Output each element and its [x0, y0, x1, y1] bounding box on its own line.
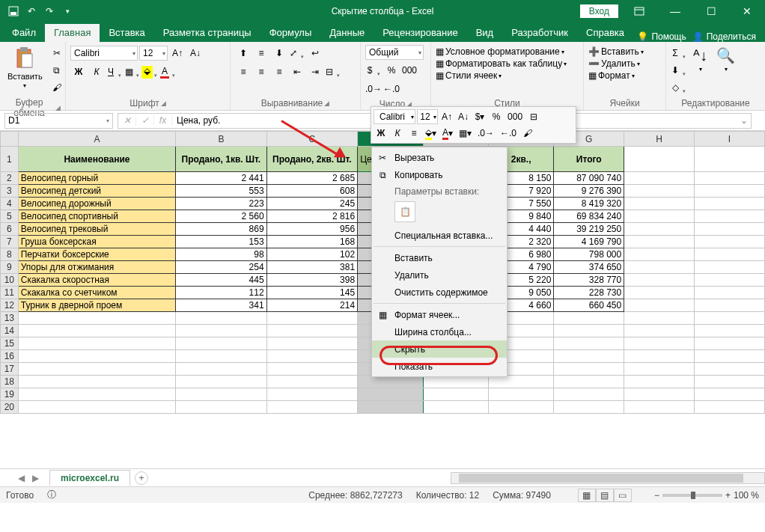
cell[interactable] — [624, 147, 695, 172]
cell[interactable] — [695, 248, 765, 261]
cell[interactable] — [266, 312, 358, 325]
mini-increase-font-icon[interactable]: A↑ — [439, 109, 454, 124]
cell[interactable]: Продано, 1кв. Шт. — [176, 147, 267, 172]
accessibility-icon[interactable]: ⓘ — [47, 489, 56, 501]
tab-insert[interactable]: Вставка — [100, 24, 153, 42]
cell[interactable]: Велосипед спортивный — [18, 210, 175, 223]
cell[interactable] — [554, 388, 624, 401]
cell[interactable] — [554, 363, 624, 376]
cell[interactable]: 87 090 740 — [554, 172, 624, 185]
maximize-icon[interactable]: ☐ — [696, 0, 726, 22]
cell[interactable] — [423, 388, 488, 401]
paste-button[interactable]: Вставить ▾ — [4, 45, 46, 91]
cell[interactable]: Турник в дверной проем — [18, 299, 175, 312]
orientation-icon[interactable]: ⤢ — [289, 45, 305, 61]
cell[interactable] — [488, 376, 553, 388]
cell[interactable] — [624, 223, 695, 236]
font-dialog[interactable]: ◢ — [161, 100, 166, 107]
cell[interactable]: 153 — [176, 236, 267, 248]
cell[interactable]: Велосипед горный — [18, 172, 175, 185]
cell[interactable] — [695, 299, 765, 312]
cell[interactable] — [176, 337, 267, 350]
mini-merge-icon[interactable]: ⊟ — [526, 109, 541, 124]
tab-layout[interactable]: Разметка страницы — [154, 24, 260, 42]
row-header-3[interactable]: 3 — [1, 185, 19, 198]
cell[interactable] — [266, 350, 358, 363]
mini-painter-icon[interactable]: 🖌 — [520, 126, 535, 141]
cell[interactable]: 8 419 320 — [554, 198, 624, 210]
cell[interactable]: 228 730 — [554, 287, 624, 299]
mini-comma-icon[interactable]: 000 — [505, 109, 525, 124]
row-header-14[interactable]: 14 — [1, 325, 19, 337]
mini-fill-icon[interactable]: ⬙▾ — [423, 126, 439, 141]
cell[interactable] — [358, 376, 423, 388]
expand-formula-icon[interactable]: ⌄ — [737, 115, 751, 126]
sort-filter[interactable]: ᴬ↓▾ — [690, 45, 710, 74]
cm-hide[interactable]: Скрыть — [372, 340, 507, 358]
cell[interactable]: 341 — [176, 299, 267, 312]
mini-dec-inc-icon[interactable]: .0→ — [475, 126, 496, 141]
copy-icon[interactable]: ⧉ — [49, 62, 65, 79]
cell[interactable] — [423, 376, 488, 388]
cell[interactable] — [695, 274, 765, 287]
cell[interactable]: Груша боксерская — [18, 236, 175, 248]
cell[interactable] — [695, 172, 765, 185]
row-header-20[interactable]: 20 — [1, 401, 19, 414]
mini-align-icon[interactable]: ≡ — [406, 126, 421, 141]
cell[interactable] — [554, 376, 624, 388]
col-header-C[interactable]: C — [266, 132, 358, 147]
row-header-19[interactable]: 19 — [1, 388, 19, 401]
row-header-17[interactable]: 17 — [1, 363, 19, 376]
cell[interactable] — [695, 363, 765, 376]
cell[interactable]: 98 — [176, 248, 267, 261]
cell[interactable] — [554, 350, 624, 363]
tab-data[interactable]: Данные — [320, 24, 374, 42]
cell[interactable] — [624, 363, 695, 376]
comma-icon[interactable]: 000 — [401, 62, 418, 79]
row-header-4[interactable]: 4 — [1, 198, 19, 210]
cell[interactable] — [176, 388, 267, 401]
cell[interactable] — [176, 363, 267, 376]
align-middle-icon[interactable]: ≡ — [253, 45, 269, 61]
cell[interactable]: 39 219 250 — [554, 223, 624, 236]
row-header-15[interactable]: 15 — [1, 337, 19, 350]
clipboard-dialog[interactable]: ◢ — [55, 104, 61, 111]
align-top-icon[interactable]: ⬆ — [235, 45, 252, 61]
cell[interactable] — [554, 312, 624, 325]
cell[interactable] — [358, 388, 423, 401]
cell[interactable]: Велосипед трековый — [18, 223, 175, 236]
cell[interactable] — [266, 337, 358, 350]
tab-file[interactable]: Файл — [3, 24, 45, 42]
cell-styles[interactable]: ▦ Стили ячеек▾ — [436, 70, 502, 81]
conditional-formatting[interactable]: ▦ Условное форматирование▾ — [436, 46, 564, 57]
col-header-I[interactable]: I — [695, 132, 765, 147]
delete-cells[interactable]: ➖ Удалить▾ — [588, 58, 640, 69]
insert-cells[interactable]: ➕ Вставить▾ — [588, 46, 644, 57]
cm-column-width[interactable]: Ширина столбца... — [372, 323, 507, 340]
ribbon-opts-icon[interactable] — [624, 0, 654, 22]
cell[interactable] — [624, 350, 695, 363]
cell[interactable] — [176, 376, 267, 388]
row-header-1[interactable]: 1 — [1, 147, 19, 172]
cell[interactable]: 2 441 — [176, 172, 267, 185]
cell[interactable] — [624, 198, 695, 210]
login-button[interactable]: Вход — [580, 4, 618, 18]
cell[interactable] — [695, 337, 765, 350]
font-color-icon[interactable]: A — [160, 64, 177, 80]
cell[interactable]: Упоры для отжимания — [18, 261, 175, 274]
cell[interactable]: 168 — [266, 236, 358, 248]
cell[interactable]: 398 — [266, 274, 358, 287]
cell[interactable] — [624, 236, 695, 248]
cell[interactable]: 660 450 — [554, 299, 624, 312]
cell[interactable] — [695, 287, 765, 299]
mini-font[interactable]: Calibri — [374, 109, 415, 124]
cell[interactable] — [18, 337, 175, 350]
cell[interactable] — [695, 350, 765, 363]
indent-increase-icon[interactable]: ⇥ — [307, 64, 323, 80]
underline-button[interactable]: Ч — [106, 64, 123, 80]
fill-icon[interactable]: ⬇ — [671, 62, 687, 79]
cell[interactable] — [624, 185, 695, 198]
cell[interactable]: 2 816 — [266, 210, 358, 223]
row-header-2[interactable]: 2 — [1, 172, 19, 185]
cell[interactable]: Велосипед детский — [18, 185, 175, 198]
